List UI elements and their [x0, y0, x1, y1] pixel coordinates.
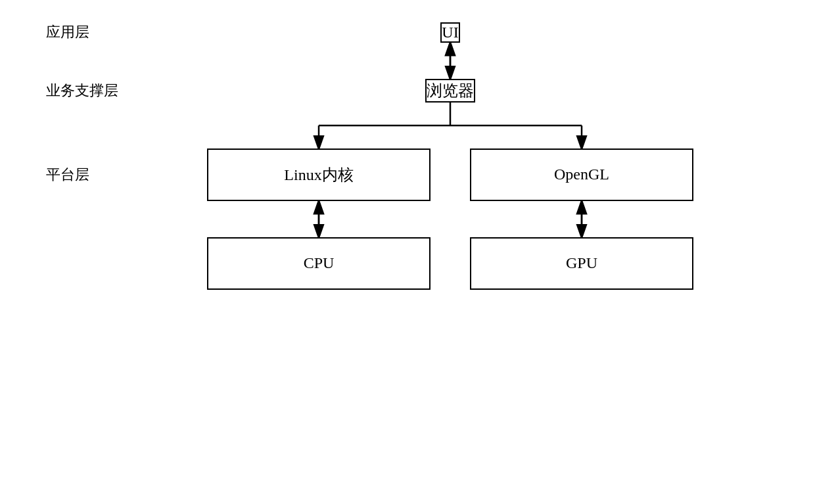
branch-arrows — [131, 103, 769, 149]
business-layer-label: 业务支撑层 — [46, 81, 131, 101]
arrow-branch-row — [46, 103, 769, 149]
hw-arrows-svg — [207, 201, 693, 237]
linux-kernel-box: Linux内核 — [207, 149, 431, 201]
branch-arrows-svg — [207, 103, 693, 149]
double-arrow-ui-browser — [437, 43, 463, 79]
cpu-box: CPU — [207, 237, 431, 290]
arrow-ui-browser — [131, 43, 769, 79]
platform-content: Linux内核 OpenGL — [131, 149, 769, 201]
hw-arrows — [131, 201, 769, 237]
opengl-box: OpenGL — [470, 149, 693, 201]
application-content: UI — [131, 22, 769, 43]
browser-box: 浏览器 — [425, 79, 475, 103]
business-layer-row: 业务支撑层 浏览器 — [46, 79, 769, 103]
hardware-content: CPU GPU — [131, 237, 769, 290]
application-layer-label: 应用层 — [46, 22, 131, 42]
architecture-diagram: 应用层 UI — [46, 16, 769, 489]
platform-split-boxes: Linux内核 OpenGL — [207, 149, 693, 201]
hardware-layer-row: CPU GPU — [46, 237, 769, 290]
gpu-box: GPU — [470, 237, 693, 290]
application-layer-row: 应用层 UI — [46, 22, 769, 43]
arrow-ui-browser-row — [46, 43, 769, 79]
ui-box: UI — [440, 22, 459, 43]
arrow-hw-row — [46, 201, 769, 237]
hardware-split-boxes: CPU GPU — [207, 237, 693, 290]
platform-layer-row: 平台层 Linux内核 OpenGL — [46, 149, 769, 201]
business-content: 浏览器 — [131, 79, 769, 103]
platform-layer-label: 平台层 — [46, 165, 131, 185]
